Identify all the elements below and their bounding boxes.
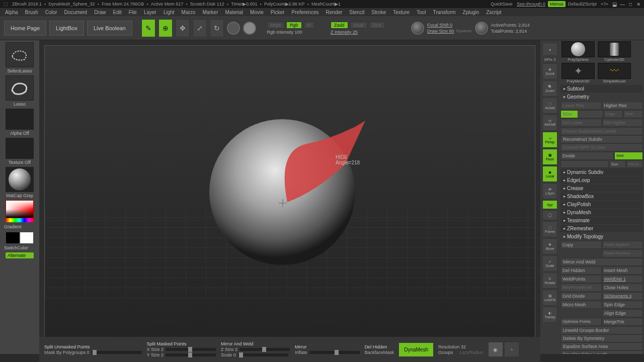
optimizepoints-button[interactable]: Optimize Points	[560, 318, 602, 326]
convertbpr-button[interactable]: Convert BPR To Geo	[560, 143, 643, 151]
delhidden-button[interactable]: Del Hidden	[560, 266, 602, 275]
hue-strip[interactable]	[6, 218, 34, 222]
zcut-button[interactable]: Zcut	[369, 22, 385, 29]
lasso-tool[interactable]: Lasso	[5, 75, 35, 108]
draw-mode-button[interactable]: ⊕	[158, 19, 173, 37]
subtool-section[interactable]: Subtool	[560, 85, 643, 93]
minimize-icon[interactable]: —	[619, 1, 626, 7]
freezesubdiv-button[interactable]: Freeze SubDivision Levels	[560, 127, 643, 135]
rotate-mode-button[interactable]: ↻	[210, 19, 224, 37]
menu-tool[interactable]: Tool	[414, 9, 429, 16]
divide-button[interactable]: Divide	[560, 152, 614, 160]
move-mode-button[interactable]: ✥	[176, 19, 190, 37]
polyf-button[interactable]: ◯	[542, 210, 557, 220]
scale-button[interactable]: ⤢Scale	[542, 255, 557, 272]
switchcolor-button[interactable]: SwitchColor	[2, 244, 28, 251]
splitmasked-button[interactable]: Split Masked Points	[147, 341, 216, 346]
matcap-picker[interactable]: MatCap Gray	[5, 167, 35, 199]
weldpoints-button[interactable]: WeldPoints	[560, 275, 602, 283]
xpose-button[interactable]: ✦	[505, 342, 519, 356]
mirrorweld-button[interactable]: Mirror And Weld	[560, 258, 643, 266]
suv-button[interactable]: Suv	[609, 160, 626, 168]
focal-shift-slider[interactable]: Focal Shift 0	[427, 23, 472, 28]
insertmesh-button[interactable]: Insert Mesh	[602, 266, 643, 275]
draw-size-slider[interactable]: Draw Size 80	[427, 29, 454, 34]
deletebysym-button[interactable]: Delete By Symmetry	[560, 334, 643, 342]
tool-cylinder[interactable]: Cylinder3D	[597, 41, 632, 62]
menu-material[interactable]: Material	[222, 9, 247, 16]
linefill-button[interactable]: ▤LineFill	[542, 290, 557, 306]
dynamesh-section[interactable]: DynaMesh	[560, 209, 643, 216]
lowerres-button[interactable]: Lower Res	[560, 102, 602, 110]
zremesher-section[interactable]: ZRemesher	[560, 225, 643, 232]
z-intensity-slider[interactable]: Z Intensity 25	[331, 30, 385, 35]
micromesh-button[interactable]: Micro Mesh	[560, 301, 602, 309]
mrgb-button[interactable]: Mrgb	[267, 22, 285, 29]
color-picker[interactable]	[6, 200, 34, 218]
menu-texture[interactable]: Texture	[390, 9, 413, 16]
copy-button[interactable]: Copy	[560, 241, 602, 249]
selectlasso-tool[interactable]: SelectLasso	[5, 42, 35, 74]
xsize-slider[interactable]: X Size 2	[147, 347, 164, 352]
viewport[interactable]: HIDE Angle=218	[44, 45, 535, 349]
rgb-button[interactable]: Rgb	[286, 22, 302, 29]
maskbypoly-slider[interactable]: Mask By Polygroups 0	[44, 350, 90, 355]
geometry-section[interactable]: Geometry	[560, 93, 643, 101]
inflate-slider[interactable]: Inflate	[295, 350, 307, 355]
rotate-button[interactable]: ↻Rotate	[542, 273, 557, 289]
lightbox-button[interactable]: LightBox	[49, 21, 84, 36]
scale-slider[interactable]: Scale 0	[221, 352, 236, 357]
frame-button[interactable]: ⬚Frame	[542, 221, 557, 237]
menu-stroke[interactable]: Stroke	[368, 9, 389, 16]
mergetris-button[interactable]: MergeTris	[602, 318, 643, 326]
delhidden-bottom-button[interactable]: Del Hidden	[365, 344, 394, 349]
m-button[interactable]: M	[304, 22, 315, 29]
griddivide-button[interactable]: Grid Divide	[560, 292, 602, 300]
hide-icon[interactable]: ⬓	[611, 1, 618, 7]
menu-macro[interactable]: Macro	[179, 9, 199, 16]
zadd-button[interactable]: Zadd	[331, 22, 348, 29]
crease-section[interactable]: Crease	[560, 185, 643, 192]
dynamesh-bottom-button[interactable]: DynaMesh	[399, 343, 433, 356]
menu-picker[interactable]: Picker	[268, 9, 288, 16]
closeholes-button[interactable]: Close Holes	[602, 284, 643, 292]
menu-brush[interactable]: Brush	[22, 9, 41, 16]
zoom-button[interactable]: 🔍Zoom	[542, 80, 557, 97]
tool-polysphere[interactable]: PolySphere	[560, 41, 596, 62]
meshfrombrush-button[interactable]: MeshFromBrush	[560, 284, 602, 292]
tessimate-section[interactable]: Tessimate	[560, 217, 643, 224]
spinedge-button[interactable]: Spin Edge	[602, 301, 643, 309]
persp-button[interactable]: ▱Persp	[542, 132, 557, 148]
menus-button[interactable]: Menus	[548, 1, 566, 7]
primary-color[interactable]	[20, 232, 33, 243]
mirrorweld-bottom-button[interactable]: Mirror And Weld	[221, 341, 290, 346]
mirror-button[interactable]: Mirror	[295, 344, 360, 349]
alternate-button[interactable]: Alternate	[6, 252, 34, 258]
groups-button[interactable]: Groups	[438, 350, 453, 355]
cage-button[interactable]: Cage	[604, 110, 623, 118]
welddist-slider[interactable]: WeldDist 1	[602, 275, 643, 283]
actual-button[interactable]: ⬚Actual	[542, 98, 557, 114]
secondary-color[interactable]	[6, 232, 19, 243]
resolution-slider[interactable]: Resolution 32	[438, 344, 466, 349]
shadowbox-section[interactable]: ShadowBox	[560, 193, 643, 200]
menu-edit[interactable]: Edit	[110, 9, 125, 16]
zsize-slider[interactable]: Z Size 2	[221, 347, 237, 352]
reconstruct-button[interactable]: Reconstruct Subdiv	[560, 135, 643, 143]
rstr-button[interactable]: Rstr	[623, 110, 643, 118]
delhigher-button[interactable]: Del Higher	[602, 119, 643, 127]
liveboolean-button[interactable]: Live Boolean	[87, 21, 132, 36]
menu-document[interactable]: Document	[61, 9, 91, 16]
reuv-button[interactable]: ReUV	[626, 160, 643, 168]
menu-zscript[interactable]: Zscript	[483, 9, 504, 16]
pastereplace-button[interactable]: Paste Replace	[602, 249, 643, 257]
seethrough-slider[interactable]: See-through 0	[515, 2, 547, 7]
smt-button[interactable]: Smt	[614, 152, 643, 160]
ysize-slider[interactable]: Y Size 2	[147, 352, 164, 357]
menu-color[interactable]: Color	[42, 9, 60, 16]
menu-marker[interactable]: Marker	[199, 9, 221, 16]
menu-draw[interactable]: Draw	[91, 9, 109, 16]
menu-render[interactable]: Render	[323, 9, 346, 16]
xyz-button[interactable]: Xyz	[542, 200, 557, 209]
gdsegments-slider[interactable]: GDSegments 3	[602, 292, 643, 300]
